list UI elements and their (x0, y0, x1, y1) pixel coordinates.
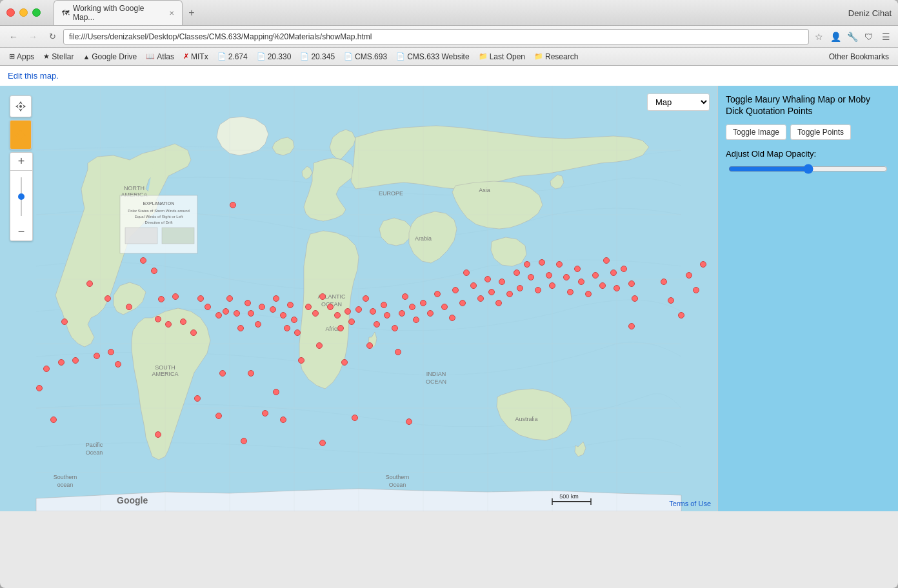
mitx-icon: ✗ (183, 52, 189, 61)
toggle-image-button[interactable]: Toggle Image (726, 124, 786, 140)
zoom-in-button[interactable]: + (10, 153, 32, 171)
svg-marker-48 (19, 108, 23, 112)
terms-of-use-link[interactable]: Terms of Use (669, 500, 711, 507)
panel-buttons: Toggle Image Toggle Points (726, 124, 890, 140)
map-background: NORTH AMERICA SOUTH AMERICA ATLANTIC OCE… (0, 86, 717, 511)
svg-line-57 (22, 139, 23, 143)
traffic-lights (6, 8, 41, 17)
panel-title: Toggle Maury Whaling Map or Moby Dick Qu… (726, 93, 890, 117)
atlas-icon: 📖 (146, 52, 155, 61)
new-tab-button[interactable]: + (183, 4, 201, 22)
bookmark-lastopen-label: Last Open (490, 52, 525, 61)
svg-marker-47 (19, 101, 23, 104)
bookmark-cms693[interactable]: 📄 CMS.693 (340, 51, 391, 63)
bookmark-google-drive[interactable]: ▲ Google Drive (79, 51, 141, 63)
svg-text:OCEAN: OCEAN (321, 301, 342, 308)
edit-map-link[interactable]: Edit this map. (8, 71, 59, 81)
bookmark-apps-label: Apps (17, 52, 34, 61)
bookmark-stellar-label: Stellar (52, 52, 74, 61)
bookmark-research-label: Research (545, 52, 578, 61)
doc-icon-4: 📄 (344, 52, 353, 61)
map-type-dropdown[interactable]: Map Satellite (647, 93, 710, 111)
doc-icon-5: 📄 (396, 52, 405, 61)
svg-text:SOUTH: SOUTH (155, 364, 175, 371)
doc-icon-2: 📄 (257, 52, 266, 61)
street-view-pegman[interactable] (10, 120, 32, 150)
back-button[interactable]: ← (5, 28, 22, 45)
svg-text:Equal Winds of Right or Left: Equal Winds of Right or Left (135, 215, 183, 219)
refresh-button[interactable]: ↻ (44, 28, 61, 45)
map-panel: Toggle Maury Whaling Map or Moby Dick Qu… (717, 86, 898, 511)
map-main[interactable]: NORTH AMERICA SOUTH AMERICA ATLANTIC OCE… (0, 86, 717, 511)
bookmark-atlas[interactable]: 📖 Atlas (142, 51, 178, 63)
bookmark-mitx[interactable]: ✗ MITx (179, 51, 212, 63)
svg-text:Google: Google (117, 495, 148, 505)
zoom-out-button[interactable]: − (10, 222, 32, 240)
bookmark-atlas-label: Atlas (157, 52, 174, 61)
bookmark-stellar[interactable]: ★ Stellar (39, 51, 77, 63)
svg-text:Direction of Drift: Direction of Drift (145, 220, 172, 224)
bookmark-2674[interactable]: 📄 2.674 (214, 51, 252, 63)
bookmark-research[interactable]: 📁 Research (530, 51, 582, 63)
apps-icon: ⊞ (9, 52, 15, 61)
svg-text:Ocean: Ocean (86, 449, 103, 456)
address-bar[interactable] (63, 29, 809, 44)
google-drive-icon: ▲ (83, 53, 90, 61)
browser-window: 🗺 Working with Google Map... ✕ + Deniz C… (0, 0, 898, 588)
nav-bar: ← → ↻ ☆ 👤 🔧 🛡 ☰ (0, 26, 898, 48)
tab-bar: 🗺 Working with Google Map... ✕ + (54, 0, 885, 25)
svg-text:EXPLANATION: EXPLANATION (143, 201, 175, 206)
bookmark-20345[interactable]: 📄 20.345 (296, 51, 339, 63)
bookmark-20330[interactable]: 📄 20.330 (253, 51, 295, 63)
world-map-svg: NORTH AMERICA SOUTH AMERICA ATLANTIC OCE… (0, 86, 717, 511)
nav-icons: ☆ 👤 🔧 🛡 ☰ (812, 30, 893, 44)
doc-icon-3: 📄 (300, 52, 309, 61)
map-container: NORTH AMERICA SOUTH AMERICA ATLANTIC OCE… (0, 86, 898, 511)
svg-text:ATLANTIC: ATLANTIC (318, 293, 346, 300)
bookmark-cms633-label: CMS.633 Website (407, 52, 470, 61)
folder-icon-2: 📁 (534, 52, 543, 61)
bookmark-cms693-label: CMS.693 (355, 52, 387, 61)
svg-text:Africa: Africa (325, 326, 340, 332)
map-controls: + − (10, 95, 33, 241)
svg-text:OCEAN: OCEAN (426, 378, 446, 385)
minimize-button[interactable] (19, 8, 28, 17)
svg-text:Southern: Southern (54, 474, 77, 480)
map-type-selector: Map Satellite (647, 93, 710, 111)
title-bar: 🗺 Working with Google Map... ✕ + Deniz C… (0, 0, 898, 26)
svg-text:Asia: Asia (479, 187, 490, 193)
bookmark-cms633-website[interactable]: 📄 CMS.633 Website (392, 51, 474, 63)
active-tab[interactable]: 🗺 Working with Google Map... ✕ (54, 0, 183, 25)
zoom-control: + − (10, 152, 33, 241)
stellar-icon: ★ (43, 52, 50, 61)
bookmark-apps[interactable]: ⊞ Apps (5, 51, 38, 63)
svg-text:Pacific: Pacific (86, 442, 103, 448)
bookmark-20345-label: 20.345 (311, 52, 335, 61)
zoom-slider[interactable] (10, 171, 32, 222)
svg-marker-49 (15, 104, 19, 108)
forward-button[interactable]: → (25, 28, 41, 45)
doc-icon-1: 📄 (217, 52, 226, 61)
tab-close-button[interactable]: ✕ (169, 10, 174, 17)
close-button[interactable] (6, 8, 15, 17)
svg-line-54 (15, 133, 19, 137)
opacity-slider[interactable] (728, 164, 888, 174)
svg-text:ocean: ocean (57, 482, 74, 488)
other-bookmarks[interactable]: Other Bookmarks (825, 51, 893, 63)
reader-icon[interactable]: 👤 (828, 30, 843, 44)
svg-line-55 (23, 133, 26, 137)
svg-text:Ocean: Ocean (389, 482, 406, 488)
toggle-points-button[interactable]: Toggle Points (790, 124, 851, 140)
maximize-button[interactable] (32, 8, 41, 17)
svg-text:Southern: Southern (386, 474, 410, 480)
bookmark-2674-label: 2.674 (228, 52, 248, 61)
bookmark-last-open[interactable]: 📁 Last Open (475, 51, 529, 63)
svg-line-56 (18, 139, 19, 143)
kaspersky-icon[interactable]: 🛡 (862, 30, 876, 44)
pan-control[interactable] (10, 95, 32, 117)
menu-icon[interactable]: ☰ (879, 30, 893, 44)
bookmark-star-icon[interactable]: ☆ (812, 30, 826, 44)
extensions-icon[interactable]: 🔧 (845, 30, 859, 44)
svg-text:NORTH: NORTH (124, 185, 145, 191)
svg-text:AMERICA: AMERICA (152, 371, 178, 377)
